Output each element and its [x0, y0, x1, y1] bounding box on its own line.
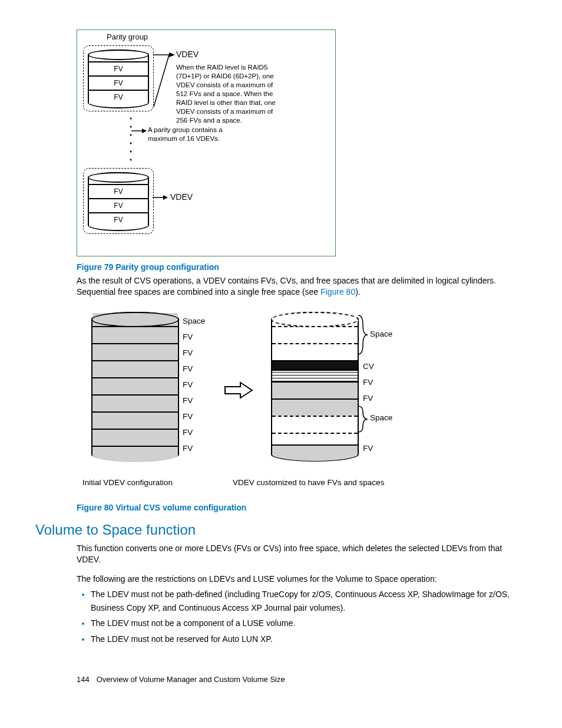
parity-group-label: Parity group: [107, 32, 148, 41]
label-cv: CV: [363, 362, 374, 371]
list-item: The LDEV must not be a component of a LU…: [91, 617, 527, 630]
vdev-label: VDEV: [170, 192, 193, 202]
label-fv: FV: [183, 412, 193, 421]
label-fv: FV: [183, 444, 193, 453]
label-fv: FV: [363, 378, 373, 387]
svg-point-6: [130, 143, 132, 144]
brace-icon: [357, 405, 369, 433]
cylinder-icon: Space FV FV FV: [88, 172, 149, 231]
figure-80-diagram: Space FV FV FV FV FV FV FV FV: [77, 306, 442, 500]
svg-marker-2: [169, 52, 175, 57]
slice-fv: FV: [89, 184, 148, 198]
figure-79-diagram: Parity group Space FV FV FV VDEV When th…: [77, 29, 336, 256]
section-heading: Volume to Space function: [35, 522, 527, 538]
vdev-label: VDEV: [176, 50, 199, 59]
label-fv: FV: [183, 428, 193, 437]
svg-point-8: [130, 159, 132, 161]
label-space: Space: [183, 317, 205, 325]
list-item: The LDEV must not be reserved for Auto L…: [91, 633, 527, 645]
label-fv: FV: [363, 444, 373, 453]
label-fv: FV: [183, 396, 193, 405]
svg-marker-12: [163, 195, 168, 200]
paragraph: This function converts one or more LDEVs…: [77, 543, 527, 565]
label-space: Space: [370, 413, 392, 422]
figure-80-link[interactable]: Figure 80: [320, 287, 355, 297]
arrow-right-icon: [224, 381, 253, 399]
dots-icon: [130, 113, 132, 167]
left-cyl-caption: Initial VDEV configuration: [82, 478, 173, 487]
svg-point-3: [130, 118, 132, 120]
svg-point-7: [130, 151, 132, 153]
figure-79-caption: Figure 79 Parity group configuration: [77, 262, 527, 272]
page-footer: 144 Overview of Volume Manager and Custo…: [77, 675, 527, 684]
cylinder-icon: [271, 312, 359, 462]
right-cyl-caption: VDEV customized to have FVs and spaces: [233, 478, 384, 487]
svg-marker-10: [142, 129, 147, 133]
cylinder-icon: [91, 312, 179, 462]
slice-fv: FV: [89, 90, 148, 104]
label-fv: FV: [183, 380, 193, 389]
slice-fv: FV: [89, 198, 148, 212]
restrictions-list: The LDEV must not be path-defined (inclu…: [77, 588, 527, 645]
page-number: 144: [77, 675, 94, 684]
slice-fv: FV: [89, 61, 148, 75]
figure-80-caption: Figure 80 Virtual CVS volume configurati…: [77, 503, 527, 512]
slice-fv: FV: [89, 212, 148, 226]
label-space: Space: [370, 330, 392, 338]
brace-icon: [357, 314, 369, 355]
arrow-icon: [153, 194, 168, 201]
paragraph: The following are the restrictions on LD…: [77, 574, 527, 585]
cylinder-icon: Space FV FV FV: [88, 50, 149, 108]
vdev-dashed-box-1: Space FV FV FV: [83, 45, 154, 111]
vdev-dashed-box-2: Space FV FV FV: [83, 168, 154, 234]
parity-note: A parity group contains a maximum of 16 …: [148, 126, 242, 143]
paragraph: As the result of CVS operations, a VDEV …: [77, 275, 527, 298]
label-fv: FV: [183, 348, 193, 357]
svg-line-1: [154, 55, 169, 107]
slice-fv: FV: [89, 75, 148, 90]
svg-marker-13: [225, 383, 252, 398]
list-item: The LDEV must not be path-defined (inclu…: [91, 588, 527, 614]
arrow-icon: [131, 127, 147, 134]
raid-note: When the RAID level is RAID5 (7D+1P) or …: [176, 63, 285, 125]
label-fv: FV: [363, 394, 373, 403]
footer-title: Overview of Volume Manager and Custom Vo…: [97, 675, 285, 684]
label-fv: FV: [183, 364, 193, 373]
label-fv: FV: [183, 332, 193, 341]
arrow-icon: [153, 48, 176, 113]
